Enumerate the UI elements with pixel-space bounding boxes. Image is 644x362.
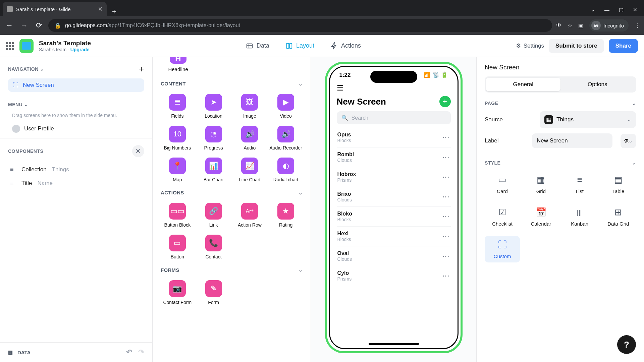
reload-button[interactable]: ⟳ — [34, 21, 44, 30]
component-title[interactable]: ≡ Title Name — [8, 176, 144, 190]
hamburger-icon[interactable]: ☰ — [337, 84, 451, 93]
page-section-header[interactable]: PAGE⌄ — [485, 101, 636, 106]
tab-data[interactable]: Data — [240, 39, 275, 53]
app-logo[interactable] — [19, 39, 34, 53]
more-icon[interactable]: ⋯ — [442, 252, 450, 260]
star-icon[interactable]: ☆ — [568, 22, 572, 29]
minimize-icon[interactable]: — — [604, 7, 609, 13]
style-data-grid[interactable]: ⊞Data Grid — [601, 203, 636, 230]
style-custom[interactable]: ⛶Custom — [485, 236, 520, 262]
data-footer[interactable]: ▦ DATA ↶ ↷ — [0, 342, 152, 362]
source-dropdown[interactable]: ▦Things ⌄ — [540, 111, 636, 128]
undo-button[interactable]: ↶ — [126, 348, 132, 357]
more-icon[interactable]: ⋯ — [442, 153, 450, 162]
avatar-icon — [12, 125, 20, 133]
list-item[interactable]: HexiBlocks⋯ — [337, 227, 451, 246]
search-input[interactable]: 🔍 Search — [337, 111, 451, 124]
more-icon[interactable]: ⋯ — [442, 133, 450, 142]
incognito-badge[interactable]: 🕶 Incognito — [589, 19, 629, 32]
content-section-header[interactable]: CONTENT⌄ — [160, 75, 303, 92]
browser-tab[interactable]: Sarah's Template · Glide ✕ — [3, 2, 107, 16]
phone-frame: 1:22 📶 📡 🔋 ☰ New Screen + 🔍 Search OpusB… — [325, 62, 463, 353]
menu-header[interactable]: MENU ⌄ — [8, 102, 144, 107]
new-tab-button[interactable]: + — [107, 7, 122, 16]
component-link[interactable]: 🔗Link — [196, 201, 231, 230]
more-icon[interactable]: ⋯ — [442, 272, 450, 280]
tab-layout[interactable]: Layout — [279, 39, 320, 53]
menu-icon[interactable]: ⋮ — [635, 22, 640, 29]
component-location[interactable]: ➤Location — [196, 92, 231, 121]
component-image[interactable]: 🖼Image — [232, 92, 267, 121]
list-item[interactable]: BrixoClouds⋯ — [337, 187, 451, 207]
redo-button[interactable]: ↷ — [138, 348, 144, 357]
list-item[interactable]: RombiClouds⋯ — [337, 147, 451, 167]
style-calendar[interactable]: 📅Calendar — [523, 203, 558, 230]
component-form[interactable]: ✎Form — [196, 278, 231, 307]
submit-to-store-button[interactable]: Submit to store — [549, 39, 604, 53]
extensions-icon[interactable]: ▣ — [578, 22, 583, 29]
more-icon[interactable]: ⋯ — [442, 212, 450, 221]
navigation-header[interactable]: NAVIGATION ⌄ + — [8, 64, 144, 74]
forward-button[interactable]: → — [19, 21, 30, 30]
user-profile-item[interactable]: User Profile — [8, 123, 144, 135]
more-icon[interactable]: ⋯ — [442, 232, 450, 241]
component-bar-chart[interactable]: 📊Bar Chart — [196, 156, 231, 185]
list-item[interactable]: BlokoBlocks⋯ — [337, 207, 451, 227]
close-tab-icon[interactable]: ✕ — [98, 6, 103, 13]
more-icon[interactable]: ⋯ — [442, 192, 450, 201]
style-kanban[interactable]: ⫼Kanban — [562, 203, 597, 230]
eye-off-icon[interactable]: 👁 — [556, 22, 561, 28]
add-fab-button[interactable]: + — [439, 96, 451, 107]
component-video[interactable]: ▶Video — [268, 92, 303, 121]
help-button[interactable]: ? — [617, 335, 636, 354]
component-collection[interactable]: ≡ Collection Things — [8, 163, 144, 176]
component-map[interactable]: 📍Map — [160, 156, 195, 185]
settings-button[interactable]: ⚙Settings — [516, 42, 544, 49]
style-list[interactable]: ≡List — [562, 171, 597, 197]
more-icon[interactable]: ⋯ — [442, 173, 450, 181]
component-button-block[interactable]: ▭▭Button Block — [160, 201, 195, 230]
component-line-chart[interactable]: 📈Line Chart — [232, 156, 267, 185]
actions-section-header[interactable]: ACTIONS⌄ — [160, 184, 303, 201]
list-item[interactable]: CyloPrisms⋯ — [337, 266, 451, 286]
add-screen-button[interactable]: + — [139, 64, 144, 74]
component-rating[interactable]: ★Rating — [268, 201, 303, 230]
forms-section-header[interactable]: FORMS⌄ — [160, 262, 303, 278]
style-checklist[interactable]: ☑Checklist — [485, 203, 520, 230]
maximize-icon[interactable]: ▢ — [619, 7, 624, 13]
url-input[interactable]: 🔒 go.glideapps.com/app/1Tmp4IC6xPQJbHHRX… — [48, 19, 552, 32]
component-progress[interactable]: ◔Progress — [196, 124, 231, 153]
list-item[interactable]: HobroxPrisms⋯ — [337, 167, 451, 187]
style-table[interactable]: ▤Table — [601, 171, 636, 197]
component-big-numbers[interactable]: 10Big Numbers — [160, 124, 195, 153]
upgrade-link[interactable]: Upgrade — [70, 47, 90, 52]
close-components-button[interactable]: ✕ — [132, 145, 144, 157]
flask-button[interactable]: ⚗⌄ — [621, 134, 636, 148]
component-button[interactable]: ▭Button — [160, 233, 195, 262]
list-item[interactable]: OpusBlocks⋯ — [337, 128, 451, 147]
component-radial-chart[interactable]: ◐Radial chart — [268, 156, 303, 185]
component-contact-form[interactable]: 📷Contact Form — [160, 278, 195, 307]
menu-hint: Drag screens here to show them in the si… — [8, 111, 144, 123]
apps-grid-icon[interactable] — [6, 42, 14, 50]
nav-item-new-screen[interactable]: ⛶ New Screen — [8, 78, 144, 92]
tab-actions[interactable]: Actions — [324, 39, 367, 53]
back-button[interactable]: ← — [4, 21, 15, 30]
component-audio-recorder[interactable]: 🔊Audio Recorder — [268, 124, 303, 153]
component-contact[interactable]: 📞Contact — [196, 233, 231, 262]
style-section-header[interactable]: STYLE⌄ — [485, 160, 636, 166]
label-input[interactable] — [532, 133, 612, 148]
chevron-down-icon[interactable]: ⌄ — [591, 7, 595, 13]
component-headline[interactable]: H Headline — [160, 57, 196, 72]
close-window-icon[interactable]: ✕ — [633, 7, 637, 13]
list-item[interactable]: OvalClouds⋯ — [337, 246, 451, 266]
component-audio[interactable]: 🔊Audio — [232, 124, 267, 153]
component-fields[interactable]: ≣Fields — [160, 92, 195, 121]
component-action-row[interactable]: Ar⁺Action Row — [232, 201, 267, 230]
tab-general[interactable]: General — [486, 78, 560, 91]
style-grid[interactable]: ▦Grid — [523, 171, 558, 197]
share-button[interactable]: Share — [609, 39, 638, 53]
style-card[interactable]: ▭Card — [485, 171, 520, 197]
tab-options[interactable]: Options — [560, 78, 635, 91]
chevron-down-icon: ⌄ — [632, 160, 636, 166]
